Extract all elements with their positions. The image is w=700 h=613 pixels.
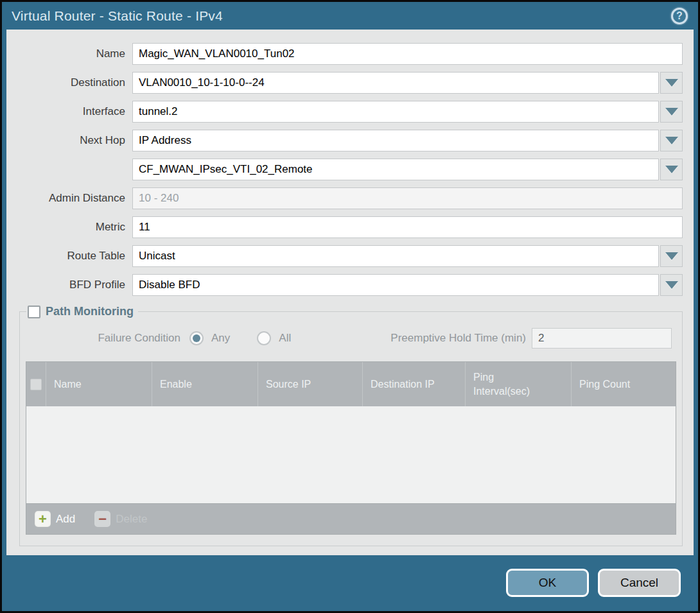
destination-input[interactable]: [132, 72, 659, 94]
select-all-checkbox[interactable]: [30, 379, 42, 390]
failure-condition-row: Failure Condition Any All Preemptive Hol…: [26, 327, 676, 349]
interface-input[interactable]: [132, 101, 659, 123]
chevron-down-icon: [665, 108, 678, 116]
next-hop-address-input[interactable]: [132, 159, 659, 180]
path-monitoring-table: Name Enable Source IP Destination IP Pin…: [26, 361, 676, 535]
table-header-ping-count[interactable]: Ping Count: [572, 362, 676, 406]
ok-button[interactable]: OK: [506, 569, 589, 597]
dialog-body: Name Destination Interface: [6, 30, 694, 555]
name-input[interactable]: [132, 43, 683, 65]
failure-condition-all-option[interactable]: All: [257, 331, 291, 345]
next-hop-address-row: [6, 159, 683, 180]
radio-selected-icon: [189, 331, 204, 345]
path-monitoring-checkbox[interactable]: [28, 306, 40, 318]
dialog-titlebar: Virtual Router - Static Route - IPv4 ?: [2, 2, 698, 30]
table-header-ping-interval[interactable]: Ping Interval(sec): [466, 362, 572, 406]
next-hop-row: Next Hop: [6, 130, 683, 151]
dialog-title: Virtual Router - Static Route - IPv4: [12, 8, 223, 24]
route-table-dropdown-button[interactable]: [660, 245, 683, 267]
chevron-down-icon: [665, 137, 678, 144]
table-footer-bar: + Add − Delete: [26, 503, 676, 534]
bfd-profile-label: BFD Profile: [6, 279, 132, 291]
admin-distance-label: Admin Distance: [6, 192, 132, 205]
minus-icon: −: [94, 511, 110, 527]
route-table-row: Route Table: [6, 245, 683, 267]
chevron-down-icon: [665, 166, 678, 173]
destination-label: Destination: [6, 76, 132, 89]
failure-condition-any-label: Any: [211, 332, 230, 345]
chevron-down-icon: [665, 281, 678, 289]
dialog-footer: OK Cancel: [506, 569, 681, 597]
preemptive-hold-time-label: Preemptive Hold Time (min): [318, 332, 532, 345]
admin-distance-input[interactable]: [132, 187, 683, 209]
table-header-name[interactable]: Name: [46, 362, 152, 406]
route-table-label: Route Table: [6, 250, 132, 263]
add-button[interactable]: + Add: [35, 511, 75, 527]
table-header-source-ip[interactable]: Source IP: [258, 362, 363, 406]
admin-distance-row: Admin Distance: [6, 187, 683, 209]
add-button-label: Add: [56, 513, 75, 526]
next-hop-type-dropdown-button[interactable]: [660, 130, 683, 151]
next-hop-label: Next Hop: [6, 134, 132, 147]
chevron-down-icon: [665, 252, 678, 260]
plus-icon: +: [35, 511, 51, 527]
next-hop-type-input[interactable]: [132, 130, 659, 151]
static-route-dialog: Virtual Router - Static Route - IPv4 ? N…: [0, 0, 700, 613]
table-header-row: Name Enable Source IP Destination IP Pin…: [26, 362, 676, 406]
failure-condition-all-label: All: [279, 332, 291, 345]
help-icon[interactable]: ?: [671, 8, 688, 24]
delete-button[interactable]: − Delete: [94, 511, 147, 527]
bfd-profile-dropdown-button[interactable]: [660, 274, 683, 296]
failure-condition-label: Failure Condition: [26, 332, 189, 345]
route-table-input[interactable]: [132, 245, 659, 267]
destination-row: Destination: [6, 72, 683, 94]
metric-label: Metric: [6, 221, 132, 234]
table-header-destination-ip[interactable]: Destination IP: [363, 362, 466, 406]
metric-row: Metric: [6, 216, 683, 238]
cancel-button[interactable]: Cancel: [598, 569, 681, 597]
destination-dropdown-button[interactable]: [660, 72, 683, 94]
name-row: Name: [6, 43, 683, 65]
path-monitoring-title: Path Monitoring: [46, 305, 134, 318]
delete-button-label: Delete: [116, 513, 147, 526]
path-monitoring-legend: Path Monitoring: [26, 305, 138, 318]
radio-unselected-icon: [257, 331, 271, 345]
table-header-enable[interactable]: Enable: [152, 362, 258, 406]
preemptive-hold-time-input[interactable]: [532, 328, 672, 349]
path-monitoring-group: Path Monitoring Failure Condition Any Al…: [19, 305, 683, 546]
metric-input[interactable]: [132, 216, 683, 238]
next-hop-address-dropdown-button[interactable]: [660, 159, 683, 180]
interface-dropdown-button[interactable]: [660, 101, 683, 123]
chevron-down-icon: [665, 79, 678, 87]
name-label: Name: [6, 47, 132, 60]
interface-label: Interface: [6, 105, 132, 118]
bfd-profile-input[interactable]: [132, 274, 659, 296]
failure-condition-any-option[interactable]: Any: [189, 331, 230, 345]
interface-row: Interface: [6, 101, 683, 123]
table-header-checkbox-cell: [26, 362, 46, 406]
table-body-empty[interactable]: [26, 406, 676, 503]
bfd-profile-row: BFD Profile: [6, 274, 683, 296]
